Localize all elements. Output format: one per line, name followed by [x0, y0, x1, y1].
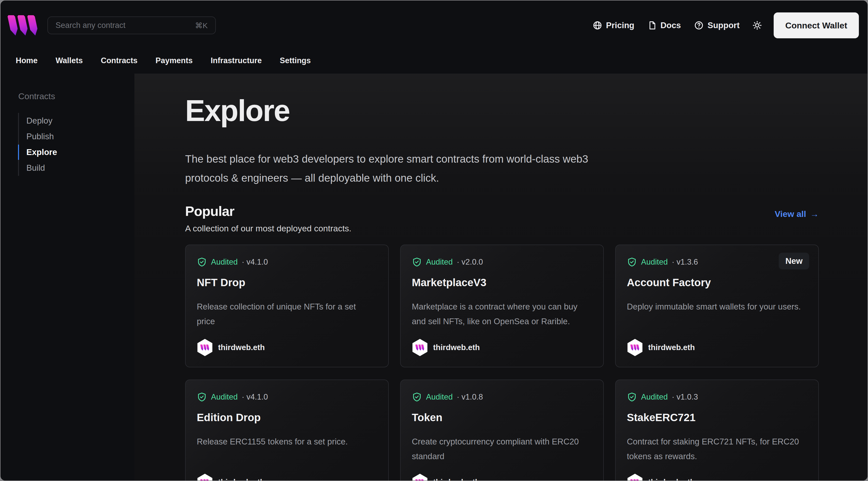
contract-card-edition-drop[interactable]: Audited · v4.1.0 Edition Drop Release ER…	[185, 380, 389, 481]
document-icon	[648, 21, 657, 30]
logo-shard	[27, 15, 39, 35]
contract-card-stakeerc721[interactable]: Audited · v1.0.3 StakeERC721 Contract fo…	[615, 380, 819, 481]
contract-version: · v1.0.8	[457, 392, 483, 401]
new-badge: New	[779, 253, 809, 269]
tab-payments[interactable]: Payments	[155, 56, 192, 65]
theme-toggle-button[interactable]	[752, 21, 762, 30]
publisher-name: thirdweb.eth	[218, 343, 265, 352]
tab-settings[interactable]: Settings	[280, 56, 311, 65]
top-bar: ⌘K Pricing Docs Support	[1, 1, 867, 50]
contracts-sidebar: Contracts Deploy Publish Explore Build	[1, 73, 134, 481]
publisher-name: thirdweb.eth	[433, 343, 480, 352]
thirdweb-avatar	[627, 339, 643, 356]
arrow-right-icon: →	[810, 209, 819, 219]
contract-version: · v2.0.0	[457, 258, 483, 267]
publisher-link[interactable]: thirdweb.eth	[627, 463, 807, 481]
thirdweb-avatar	[412, 474, 428, 481]
view-all-link[interactable]: View all →	[775, 209, 819, 219]
publisher-link[interactable]: thirdweb.eth	[197, 463, 377, 481]
audited-badge: Audited	[211, 392, 238, 401]
contract-description: Deploy immutable smart wallets for your …	[627, 299, 804, 314]
support-link[interactable]: Support	[694, 21, 739, 30]
docs-label: Docs	[660, 21, 681, 30]
contract-card-grid: Audited · v4.1.0 NFT Drop Release collec…	[185, 245, 819, 481]
sun-icon	[752, 21, 762, 30]
contract-card-account-factory[interactable]: Audited · v1.3.6 Account Factory Deploy …	[615, 245, 819, 367]
contract-title: StakeERC721	[627, 412, 807, 424]
shield-check-icon	[197, 257, 207, 267]
pricing-link[interactable]: Pricing	[593, 21, 634, 30]
contract-title: Edition Drop	[197, 412, 377, 424]
audited-badge: Audited	[641, 392, 668, 401]
contract-description: Release ERC1155 tokens for a set price.	[197, 434, 374, 449]
contract-title: MarketplaceV3	[412, 276, 592, 289]
contract-version: · v1.3.6	[672, 258, 698, 267]
publisher-link[interactable]: thirdweb.eth	[197, 329, 377, 356]
tab-contracts[interactable]: Contracts	[101, 56, 138, 65]
contract-card-nft-drop[interactable]: Audited · v4.1.0 NFT Drop Release collec…	[185, 245, 389, 367]
sidebar-list: Deploy Publish Explore Build	[18, 113, 134, 176]
docs-link[interactable]: Docs	[648, 21, 681, 30]
globe-icon	[593, 21, 602, 30]
connect-wallet-button[interactable]: Connect Wallet	[774, 12, 859, 38]
popular-section-title: Popular	[185, 203, 234, 219]
contract-title: NFT Drop	[197, 276, 377, 289]
tab-home[interactable]: Home	[16, 56, 37, 65]
tab-infrastructure[interactable]: Infrastructure	[211, 56, 262, 65]
support-label: Support	[708, 21, 739, 30]
thirdweb-avatar	[412, 339, 428, 356]
contract-card-marketplacev3[interactable]: Audited · v2.0.0 MarketplaceV3 Marketpla…	[400, 245, 604, 367]
publisher-link[interactable]: thirdweb.eth	[627, 329, 807, 356]
contract-title: Token	[412, 412, 592, 424]
contract-description: Create cryptocurrency compliant with ERC…	[412, 434, 589, 464]
thirdweb-logo-icon[interactable]	[9, 14, 37, 36]
shield-check-icon	[627, 257, 637, 267]
contract-version: · v4.1.0	[242, 392, 268, 401]
contract-version: · v1.0.3	[672, 392, 698, 401]
sidebar-item-publish[interactable]: Publish	[19, 129, 134, 144]
search-shortcut: ⌘K	[195, 21, 208, 30]
contract-description: Contract for staking ERC721 NFTs, for ER…	[627, 434, 804, 464]
audited-badge: Audited	[641, 258, 668, 267]
page-title: Explore	[185, 94, 819, 127]
pricing-label: Pricing	[606, 21, 634, 30]
audited-badge: Audited	[426, 392, 453, 401]
app-window: ⌘K Pricing Docs Support	[0, 0, 868, 481]
popular-section-subtitle: A collection of our most deployed contra…	[185, 223, 819, 233]
shield-check-icon	[412, 392, 422, 402]
audited-badge: Audited	[426, 258, 453, 267]
sidebar-item-explore[interactable]: Explore	[19, 144, 134, 160]
publisher-name: thirdweb.eth	[433, 478, 480, 481]
logo-shard	[17, 15, 29, 35]
contract-search[interactable]: ⌘K	[48, 17, 216, 34]
page-description: The best place for web3 developers to ex…	[185, 150, 621, 188]
publisher-name: thirdweb.eth	[648, 478, 695, 481]
audited-badge: Audited	[211, 258, 238, 267]
contract-description: Release collection of unique NFTs for a …	[197, 299, 374, 329]
tab-wallets[interactable]: Wallets	[56, 56, 83, 65]
shield-check-icon	[627, 392, 637, 402]
sidebar-title: Contracts	[18, 91, 134, 101]
view-all-label: View all	[775, 209, 806, 219]
primary-nav: Home Wallets Contracts Payments Infrastr…	[1, 50, 867, 73]
publisher-name: thirdweb.eth	[218, 478, 265, 481]
thirdweb-avatar	[197, 474, 213, 481]
sidebar-item-deploy[interactable]: Deploy	[19, 113, 134, 129]
sidebar-item-build[interactable]: Build	[19, 160, 134, 176]
publisher-name: thirdweb.eth	[648, 343, 695, 352]
main-content: Explore The best place for web3 develope…	[134, 73, 867, 481]
contract-description: Marketplace is a contract where you can …	[412, 299, 589, 329]
thirdweb-avatar	[197, 339, 213, 356]
logo-shard	[7, 15, 19, 35]
shield-check-icon	[197, 392, 207, 402]
search-input[interactable]	[56, 21, 177, 30]
thirdweb-avatar	[627, 474, 643, 481]
publisher-link[interactable]: thirdweb.eth	[412, 463, 592, 481]
contract-card-token[interactable]: Audited · v1.0.8 Token Create cryptocurr…	[400, 380, 604, 481]
help-circle-icon	[694, 21, 704, 30]
contract-version: · v4.1.0	[242, 258, 268, 267]
shield-check-icon	[412, 257, 422, 267]
contract-title: Account Factory	[627, 276, 807, 289]
publisher-link[interactable]: thirdweb.eth	[412, 329, 592, 356]
